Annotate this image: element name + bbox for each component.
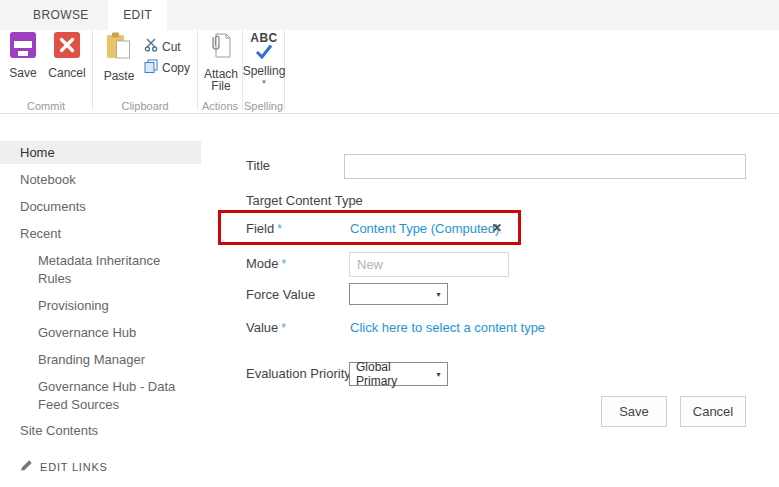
chevron-down-icon: ▼ [435,291,442,298]
attach-file-icon [209,32,233,63]
clipboard-group-label: Clipboard [93,100,197,112]
save-button-label: Save [9,67,36,79]
paste-button-label: Paste [104,70,135,82]
mode-required-marker: * [282,257,287,271]
paste-button[interactable]: Paste [101,32,137,82]
sidebar-item-metadata-inheritance-rules[interactable]: Metadata Inheritance Rules [0,252,190,288]
form-cancel-button[interactable]: Cancel [680,396,746,427]
spelling-button[interactable]: ABC Spelling ▼ [247,32,281,85]
copy-icon [144,59,158,76]
cancel-button[interactable]: Cancel [47,32,87,79]
target-content-type-label: Target Content Type [246,193,363,208]
edit-links-label: EDIT LINKS [40,461,108,473]
cut-button-label: Cut [162,40,181,54]
evaluation-priority-label: Evaluation Priority* [246,366,358,381]
attach-file-button[interactable]: Attach File [203,32,239,92]
value-select-link[interactable]: Click here to select a content type [350,320,545,335]
copy-button[interactable]: Copy [144,59,190,76]
spelling-abc-text: ABC [250,32,278,44]
evaluation-priority-select[interactable]: Global Primary ▼ [349,362,448,386]
cancel-icon [54,32,80,62]
sidebar-item-branding-manager[interactable]: Branding Manager [0,351,195,369]
sidebar-item-home[interactable]: Home [0,141,201,164]
sidebar-item-governance-hub[interactable]: Governance Hub [0,324,195,342]
spelling-group-label: Spelling [243,100,284,112]
tab-edit[interactable]: EDIT [108,0,167,30]
field-remove-icon[interactable]: ✕ [492,221,502,235]
ribbon-group-actions: Attach File Actions [198,30,243,110]
evaluation-priority-selected-option: Global Primary [356,360,429,388]
force-value-select[interactable]: ▼ [349,283,448,305]
spelling-dropdown-caret-icon: ▼ [261,79,267,85]
value-required-marker: * [281,321,286,335]
spelling-check-icon [255,44,273,63]
sidebar-item-documents[interactable]: Documents [0,198,201,216]
sidebar-item-recent[interactable]: Recent [0,225,201,243]
field-required-marker: * [277,222,282,236]
pencil-icon [20,459,33,474]
save-icon [10,32,36,62]
ribbon-group-spelling: ABC Spelling ▼ Spelling [243,30,285,110]
actions-group-label: Actions [198,100,242,112]
chevron-down-icon: ▼ [435,371,442,378]
copy-button-label: Copy [162,61,190,75]
form-save-button[interactable]: Save [601,396,667,427]
title-label: Title [246,158,270,173]
edit-links-button[interactable]: EDIT LINKS [20,459,108,474]
ribbon-group-commit: Save Cancel Commit [0,30,93,110]
page: BROWSE EDIT Save [0,0,779,487]
cut-icon [144,38,158,55]
title-input[interactable] [344,154,746,179]
mode-input[interactable] [349,252,509,277]
mode-label: Mode* [246,256,286,271]
cancel-button-label: Cancel [48,67,85,79]
sidebar-item-provisioning[interactable]: Provisioning [0,297,195,315]
save-button[interactable]: Save [6,32,40,79]
sidebar-item-site-contents[interactable]: Site Contents [0,422,201,440]
value-label: Value* [246,320,286,335]
field-label: Field* [246,221,282,236]
force-value-label: Force Value [246,287,315,302]
paste-icon [105,32,133,65]
ribbon-tab-strip: BROWSE EDIT [0,0,779,30]
tab-browse[interactable]: BROWSE [18,0,104,30]
commit-group-label: Commit [0,100,92,112]
cut-button[interactable]: Cut [144,38,181,55]
attach-file-button-label: Attach File [204,68,238,92]
ribbon-group-clipboard: Paste Cut C [93,30,198,110]
sidebar-item-governance-hub-data-feed-sources[interactable]: Governance Hub - Data Feed Sources [0,378,198,414]
sidebar-item-notebook[interactable]: Notebook [0,171,201,189]
ribbon: Save Cancel Commit [0,30,779,114]
spelling-button-label: Spelling [243,65,286,77]
field-value-link[interactable]: Content Type (Computed) [350,221,499,236]
